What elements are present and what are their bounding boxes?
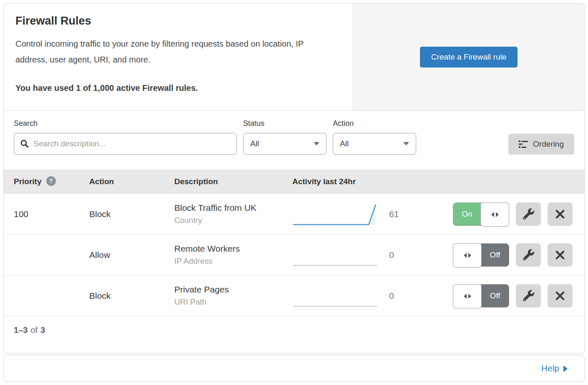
left-right-arrows-icon: [453, 243, 482, 268]
wrench-icon: [523, 208, 534, 220]
row-controls: Off: [453, 284, 573, 308]
column-header-priority: Priority ?: [14, 177, 89, 186]
x-icon: [555, 210, 565, 219]
table-row: Block Private Pages URI Path 0 Off: [4, 275, 584, 316]
description-cell: Remote Workers IP Address: [174, 244, 292, 266]
left-right-arrows-icon: [480, 202, 509, 227]
status-label: Status: [243, 119, 327, 128]
help-link-label: Help: [541, 363, 559, 373]
wrench-icon: [523, 290, 534, 301]
pagination-of: of: [30, 325, 38, 335]
search-label: Search: [14, 119, 237, 128]
action-label: Action: [333, 119, 416, 128]
edit-rule-button[interactable]: [516, 202, 541, 226]
table-row: 100 Block Block Traffic from UK Country …: [4, 194, 584, 235]
toggle-off-label: Off: [481, 285, 509, 307]
pagination-range: 1–3: [14, 325, 28, 335]
rule-description: Private Pages: [174, 285, 292, 295]
rule-enabled-toggle[interactable]: Off: [453, 243, 509, 267]
delete-rule-button[interactable]: [548, 202, 573, 226]
search-filter-group: Search: [14, 119, 237, 155]
firewall-rules-panel: Firewall Rules Control incoming traffic …: [3, 3, 585, 354]
header-section: Firewall Rules Control incoming traffic …: [4, 4, 584, 111]
list-icon: [519, 140, 528, 148]
status-select-value: All: [250, 139, 259, 148]
rule-match-type: IP Address: [174, 257, 292, 266]
help-link[interactable]: Help: [541, 363, 568, 373]
pagination: 1–3 of 3: [4, 316, 584, 344]
delete-rule-button[interactable]: [548, 284, 573, 308]
action-cell: Allow: [89, 250, 174, 260]
chevron-down-icon: [403, 142, 409, 145]
left-right-arrows-icon: [453, 284, 482, 308]
priority-header-label: Priority: [14, 177, 42, 186]
description-cell: Block Traffic from UK Country: [174, 203, 292, 225]
header-action-panel: Create a Firewall rule: [353, 4, 584, 110]
header-text-block: Firewall Rules Control incoming traffic …: [4, 4, 353, 110]
page-title: Firewall Rules: [15, 15, 341, 28]
ordering-button-label: Ordering: [533, 140, 564, 149]
chevron-down-icon: [314, 142, 319, 145]
filter-bar: Search Status All Action All: [4, 111, 584, 170]
rule-description: Block Traffic from UK: [174, 203, 292, 213]
toggle-off-label: Off: [481, 244, 509, 266]
action-select-value: All: [340, 139, 349, 148]
search-input[interactable]: [33, 139, 231, 148]
column-header-activity: Activity last 24hr: [292, 177, 356, 186]
rule-match-type: Country: [174, 216, 292, 225]
delete-rule-button[interactable]: [548, 243, 573, 267]
table-row: Allow Remote Workers IP Address 0 Off: [4, 235, 584, 275]
activity-sparkline: [292, 242, 378, 268]
row-controls: Off: [453, 243, 573, 267]
status-select[interactable]: All: [243, 133, 327, 155]
table-header: Priority ? Action Description Activity l…: [4, 170, 584, 194]
priority-cell: 100: [14, 209, 89, 219]
create-firewall-rule-button[interactable]: Create a Firewall rule: [420, 47, 518, 68]
column-header-description: Description: [174, 177, 292, 186]
search-icon: [20, 139, 29, 148]
rule-enabled-toggle[interactable]: Off: [453, 284, 509, 308]
rule-match-type: URI Path: [174, 298, 292, 307]
activity-sparkline: [292, 283, 378, 308]
x-icon: [555, 250, 565, 260]
activity-count: 0: [389, 250, 414, 260]
column-header-action: Action: [89, 177, 174, 186]
activity-sparkline: [292, 202, 378, 227]
description-cell: Private Pages URI Path: [174, 285, 292, 307]
right-arrow-icon: [563, 365, 568, 372]
help-bar: Help: [3, 355, 585, 382]
pagination-total: 3: [40, 325, 45, 335]
action-filter-group: Action All: [333, 119, 416, 155]
rule-description: Remote Workers: [174, 244, 292, 254]
row-controls: On: [453, 202, 573, 226]
action-cell: Block: [89, 291, 174, 301]
toggle-on-label: On: [453, 203, 481, 225]
rule-enabled-toggle[interactable]: On: [453, 202, 509, 226]
activity-count: 61: [389, 209, 414, 219]
wrench-icon: [523, 249, 534, 260]
usage-note: You have used 1 of 1,000 active Firewall…: [15, 83, 341, 93]
edit-rule-button[interactable]: [516, 284, 541, 308]
ordering-button[interactable]: Ordering: [508, 134, 574, 155]
edit-rule-button[interactable]: [516, 243, 541, 267]
page-description: Control incoming traffic to your zone by…: [15, 36, 334, 68]
search-box[interactable]: [14, 133, 237, 155]
question-mark-icon[interactable]: ?: [46, 176, 56, 186]
activity-count: 0: [389, 291, 414, 301]
x-icon: [555, 291, 565, 300]
action-select[interactable]: All: [333, 133, 416, 155]
action-cell: Block: [89, 209, 174, 219]
status-filter-group: Status All: [243, 119, 327, 155]
